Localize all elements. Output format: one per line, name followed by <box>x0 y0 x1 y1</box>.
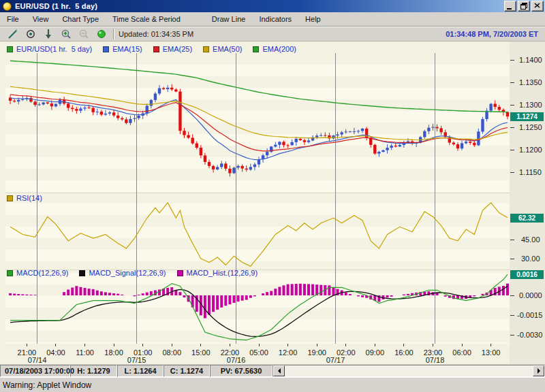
menu-chart-type[interactable]: Chart Type <box>55 13 106 25</box>
menu-help[interactable]: Help <box>298 13 328 25</box>
legend-macd-hist[interactable]: MACD_Hist.(12,26,9) <box>177 269 258 277</box>
legend-swatch <box>79 270 85 276</box>
legend-macd[interactable]: MACD(12,26,9) <box>7 269 68 277</box>
down-arrow-icon[interactable] <box>40 28 57 40</box>
zoom-in-icon[interactable] <box>57 28 75 40</box>
legend-swatch <box>177 270 183 276</box>
legend-ema25[interactable]: EMA(25) <box>153 45 192 53</box>
legend-ema15[interactable]: EMA(15) <box>103 45 142 53</box>
legend-macd-signal[interactable]: MACD_Signal(12,26,9) <box>79 269 166 277</box>
zoom-out-icon[interactable] <box>75 28 93 40</box>
toolbar-separator <box>113 29 114 39</box>
window-title: EUR/USD (1 hr. 5 day) <box>15 2 503 10</box>
menu-draw-line[interactable]: Draw Line <box>205 13 253 25</box>
restore-button[interactable] <box>518 1 530 12</box>
chart-region[interactable]: 1.14001.13501.13001.12501.12001.115045.0… <box>0 42 545 364</box>
menu-indicators[interactable]: Indicators <box>252 13 298 25</box>
scroll-right-button[interactable] <box>533 365 544 376</box>
legend-swatch <box>7 195 13 201</box>
applet-warning-bar: Warning: Applet Window <box>0 377 545 392</box>
close-button[interactable] <box>531 1 544 12</box>
status-timestamp: 07/18/2003 17:00:00 <box>0 365 70 377</box>
legend-swatch <box>153 46 159 52</box>
legend-symbol[interactable]: EUR/USD(1 hr. 5 day) <box>7 45 92 53</box>
legend-swatch <box>253 46 259 52</box>
crosshair-icon[interactable] <box>22 28 40 40</box>
left-arrow-icon <box>278 368 281 374</box>
toolbar: Updated: 01:34:35 PM 01:34:48 PM, 7/20/2… <box>0 27 545 42</box>
market-clock: 01:34:48 PM, 7/20/2003 ET <box>446 30 541 38</box>
status-high: H: 1.1279 <box>70 365 117 377</box>
status-close: C: 1.1274 <box>164 365 210 377</box>
chart-canvas[interactable] <box>0 42 545 364</box>
title-bar: EUR/USD (1 hr. 5 day) <box>0 0 545 12</box>
menu-time-scale-period[interactable]: Time Scale & Period <box>106 13 187 25</box>
scrollbar-track[interactable] <box>285 365 533 376</box>
draw-line-icon[interactable] <box>4 28 22 40</box>
status-pivot: PV: 67.5630 <box>210 365 272 377</box>
app-window: EUR/USD (1 hr. 5 day) File View Chart Ty… <box>0 0 545 392</box>
minimize-icon <box>507 8 512 10</box>
menu-file[interactable]: File <box>0 13 26 25</box>
menu-bar: File View Chart Type Time Scale & Period… <box>0 12 545 27</box>
rsi-legend: RSI(14) <box>7 194 42 202</box>
minimize-button[interactable] <box>504 1 516 12</box>
close-icon <box>534 3 540 8</box>
updated-timestamp: Updated: 01:34:35 PM <box>119 30 193 38</box>
applet-warning-text: Warning: Applet Window <box>3 380 91 390</box>
legend-ema200[interactable]: EMA(200) <box>253 45 296 53</box>
legend-swatch <box>7 46 13 52</box>
legend-ema50[interactable]: EMA(50) <box>203 45 242 53</box>
right-arrow-icon <box>538 368 540 374</box>
macd-legend: MACD(12,26,9) MACD_Signal(12,26,9) MACD_… <box>7 269 258 277</box>
app-icon <box>3 2 12 11</box>
legend-swatch <box>7 270 13 276</box>
status-bar: 07/18/2003 17:00:00 H: 1.1279 L: 1.1264 … <box>0 364 545 377</box>
legend-rsi14[interactable]: RSI(14) <box>7 194 42 202</box>
legend-swatch <box>103 46 109 52</box>
legend-swatch <box>203 46 209 52</box>
menu-view[interactable]: View <box>26 13 56 25</box>
scroll-left-button[interactable] <box>273 365 285 376</box>
status-low: L: 1.1264 <box>117 365 164 377</box>
main-chart-legend: EUR/USD(1 hr. 5 day) EMA(15) EMA(25) EMA… <box>7 45 296 53</box>
chart-horizontal-scrollbar <box>272 365 545 377</box>
refresh-ball-icon[interactable] <box>93 28 110 40</box>
